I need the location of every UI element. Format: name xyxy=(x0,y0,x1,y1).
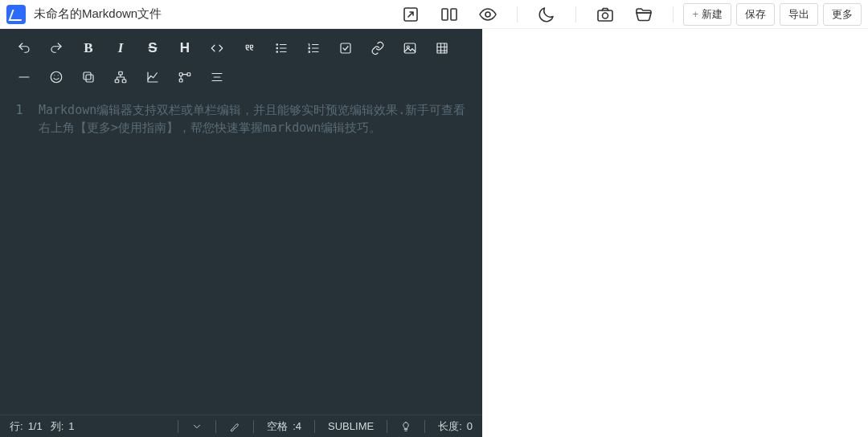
len-label: 长度: xyxy=(438,419,462,434)
edit-only-icon[interactable] xyxy=(401,5,420,24)
svg-rect-4 xyxy=(598,10,612,21)
status-hint-icon[interactable] xyxy=(400,421,411,432)
folder-open-icon[interactable] xyxy=(634,5,653,24)
table-icon[interactable] xyxy=(426,34,458,63)
col-value: 1 xyxy=(68,420,74,432)
undo-icon[interactable] xyxy=(8,34,40,63)
len-value: 0 xyxy=(467,420,473,432)
status-col: 列: 1 xyxy=(51,419,75,434)
task-icon[interactable] xyxy=(330,34,362,63)
editor-placeholder: Markdown编辑器支持双栏或单栏编辑，并且能够实时预览编辑效果.新手可查看右… xyxy=(39,101,469,137)
svg-rect-15 xyxy=(84,72,91,80)
new-button[interactable]: +新建 xyxy=(683,3,731,26)
ol-icon[interactable] xyxy=(297,34,330,63)
heading-icon[interactable]: H xyxy=(169,34,201,63)
status-space[interactable]: 空格:4 xyxy=(267,419,301,434)
app-logo-icon xyxy=(6,5,26,24)
space-value: :4 xyxy=(293,420,301,432)
split-view-icon[interactable] xyxy=(440,5,459,24)
statusbar: 行: 1/1 列: 1 空格:4 SUBLIME 长度: 0 xyxy=(0,415,482,437)
top-buttons: +新建 保存 导出 更多 xyxy=(683,3,862,26)
align-icon[interactable] xyxy=(201,63,233,92)
row-label: 行: xyxy=(10,419,23,434)
code-area[interactable]: Markdown编辑器支持双栏或单栏编辑，并且能够实时预览编辑效果.新手可查看右… xyxy=(39,98,482,415)
status-mode[interactable]: SUBLIME xyxy=(328,420,374,432)
svg-rect-2 xyxy=(451,9,457,20)
mode-value: SUBLIME xyxy=(328,420,374,432)
svg-rect-10 xyxy=(404,43,416,53)
preview-icon[interactable] xyxy=(478,5,497,24)
view-icons xyxy=(391,5,507,24)
status-brush-icon[interactable] xyxy=(229,421,240,432)
line-gutter: 1 xyxy=(0,98,39,415)
svg-point-13 xyxy=(51,71,62,83)
hr-icon[interactable] xyxy=(8,63,40,92)
export-button-label: 导出 xyxy=(788,7,809,22)
emoji-icon[interactable] xyxy=(40,63,72,92)
more-button-label: 更多 xyxy=(832,7,853,22)
code-icon[interactable] xyxy=(201,34,233,63)
status-chevron[interactable] xyxy=(191,421,203,432)
preview-pane xyxy=(482,29,868,437)
theme-moon-icon[interactable] xyxy=(537,5,556,24)
svg-rect-1 xyxy=(442,9,448,20)
quote-icon[interactable] xyxy=(233,34,265,63)
svg-point-5 xyxy=(603,13,608,18)
editor-toolbar: B I S H xyxy=(0,29,482,92)
svg-point-6 xyxy=(276,44,278,46)
ul-icon[interactable] xyxy=(265,34,297,63)
copy-icon[interactable] xyxy=(72,63,104,92)
file-icons xyxy=(586,5,663,24)
link-icon[interactable] xyxy=(362,34,394,63)
bold-icon[interactable]: B xyxy=(72,34,104,63)
export-button[interactable]: 导出 xyxy=(780,3,818,26)
separator xyxy=(517,6,518,22)
sitemap-icon[interactable] xyxy=(104,63,137,92)
svg-point-3 xyxy=(485,12,490,17)
separator xyxy=(575,6,576,22)
row-value: 1/1 xyxy=(28,420,43,432)
italic-icon[interactable]: I xyxy=(104,34,137,63)
editor-pane: B I S H 1 Markdown编辑器支 xyxy=(0,29,482,437)
save-button-label: 保存 xyxy=(745,7,766,22)
redo-icon[interactable] xyxy=(40,34,72,63)
topbar: 未命名的Markdown文件 +新建 保存 导出 更多 xyxy=(0,0,868,29)
space-label: 空格 xyxy=(267,419,288,434)
document-title: 未命名的Markdown文件 xyxy=(34,6,162,22)
util-icons xyxy=(527,5,566,24)
line-number: 1 xyxy=(0,101,39,119)
status-row: 行: 1/1 xyxy=(10,419,43,434)
svg-rect-12 xyxy=(437,43,447,53)
main: B I S H 1 Markdown编辑器支 xyxy=(0,29,868,437)
chart-icon[interactable] xyxy=(137,63,169,92)
svg-rect-14 xyxy=(86,75,93,82)
status-length: 长度: 0 xyxy=(438,419,473,434)
new-button-label: 新建 xyxy=(702,7,723,22)
svg-point-8 xyxy=(276,51,278,53)
more-button[interactable]: 更多 xyxy=(823,3,862,26)
svg-rect-9 xyxy=(341,43,350,53)
svg-point-7 xyxy=(276,47,278,49)
separator xyxy=(673,6,674,22)
strike-icon[interactable]: S xyxy=(137,34,169,63)
plus-icon: + xyxy=(692,8,698,20)
flowchart-icon[interactable] xyxy=(169,63,201,92)
camera-icon[interactable] xyxy=(596,5,615,24)
save-button[interactable]: 保存 xyxy=(736,3,775,26)
editor-body[interactable]: 1 Markdown编辑器支持双栏或单栏编辑，并且能够实时预览编辑效果.新手可查… xyxy=(0,92,482,415)
col-label: 列: xyxy=(51,419,64,434)
image-icon[interactable] xyxy=(394,34,426,63)
